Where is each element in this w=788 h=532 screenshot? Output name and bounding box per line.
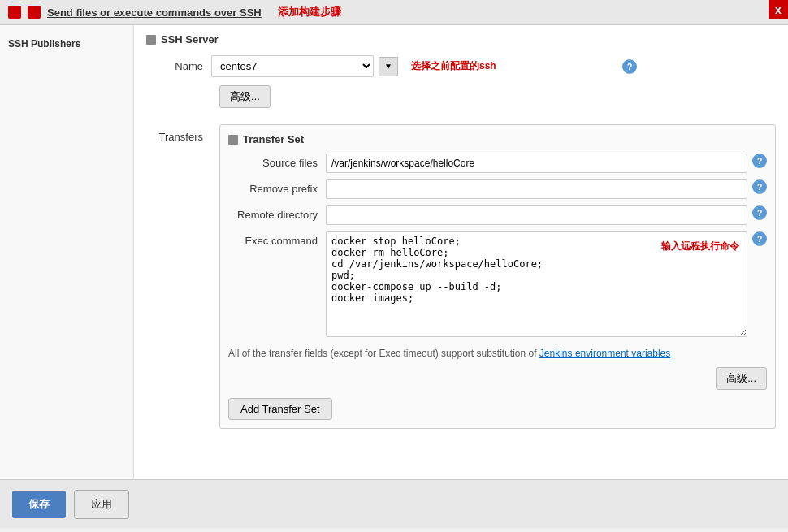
exec-command-control: 输入远程执行命令 <box>326 231 747 340</box>
add-transfer-wrapper: Add Transfer Set <box>228 398 767 420</box>
exec-command-row: Exec command 输入远程执行命令 ? <box>228 231 767 340</box>
ssh-server-icon <box>146 35 156 45</box>
close-button[interactable]: x <box>769 0 788 19</box>
source-files-help-icon[interactable]: ? <box>752 154 767 168</box>
sidebar-item-ssh-publishers[interactable]: SSH Publishers <box>0 33 133 54</box>
save-button[interactable]: 保存 <box>12 491 66 518</box>
bottom-bar: 保存 应用 <box>0 479 788 528</box>
remote-directory-control <box>326 205 747 225</box>
remote-directory-label: Remote directory <box>228 205 326 221</box>
add-transfer-set-button[interactable]: Add Transfer Set <box>228 398 332 420</box>
transfer-advanced-button[interactable]: 高级... <box>716 367 767 390</box>
sidebar: SSH Publishers <box>0 25 134 479</box>
transfers-section: Transfers Transfer Set Source files ? <box>146 124 776 429</box>
source-files-input[interactable] <box>326 154 747 173</box>
select-arrow-button[interactable]: ▼ <box>379 57 398 76</box>
transfer-set-box: Transfer Set Source files ? Remove prefi… <box>219 124 776 429</box>
remove-prefix-label: Remove prefix <box>228 179 326 195</box>
add-step-annotation: 添加构建步骤 <box>278 5 341 19</box>
ssh-advanced-button[interactable]: 高级... <box>219 85 271 108</box>
name-label: Name <box>146 60 211 72</box>
exec-command-label: Exec command <box>228 231 326 247</box>
source-files-control <box>326 154 747 173</box>
remove-prefix-help-icon[interactable]: ? <box>752 179 767 194</box>
apply-button[interactable]: 应用 <box>74 490 129 519</box>
ssh-server-section-header: SSH Server <box>146 33 776 45</box>
transfer-footer: 高级... <box>228 367 767 390</box>
remote-directory-row: Remote directory ? <box>228 205 767 225</box>
transfer-set-icon <box>228 135 238 145</box>
content-area: SSH Server Name centos7 ▼ 选择之前配置的ssh ? 高… <box>134 25 788 479</box>
name-help-icon[interactable]: ? <box>622 59 637 74</box>
remote-directory-input[interactable] <box>326 205 747 225</box>
remove-prefix-row: Remove prefix ? <box>228 179 767 199</box>
remove-prefix-control <box>326 179 747 199</box>
name-field-wrapper: centos7 ▼ 选择之前配置的ssh <box>211 55 617 77</box>
jenkins-env-vars-link[interactable]: Jenkins environment variables <box>539 348 670 359</box>
source-files-row: Source files ? <box>228 154 767 173</box>
dialog-title: Send files or execute commands over SSH <box>8 6 262 19</box>
advanced-btn-wrapper: 高级... <box>146 85 776 120</box>
ssh-name-select[interactable]: centos7 <box>211 55 374 77</box>
top-bar: Send files or execute commands over SSH … <box>0 0 788 25</box>
source-files-label: Source files <box>228 154 326 169</box>
name-annotation: 选择之前配置的ssh <box>411 59 496 73</box>
title-icon <box>28 6 41 19</box>
transfers-label: Transfers <box>146 124 211 429</box>
main-container: SSH Publishers SSH Server Name centos7 ▼… <box>0 25 788 479</box>
info-text: All of the transfer fields (except for E… <box>228 346 767 361</box>
remote-directory-help-icon[interactable]: ? <box>752 205 767 220</box>
transfer-set-header: Transfer Set <box>228 133 767 145</box>
remove-prefix-input[interactable] <box>326 179 747 199</box>
name-row: Name centos7 ▼ 选择之前配置的ssh ? <box>146 55 776 77</box>
exec-command-help-icon[interactable]: ? <box>752 231 767 246</box>
exec-command-annotation: 输入远程执行命令 <box>661 240 739 253</box>
